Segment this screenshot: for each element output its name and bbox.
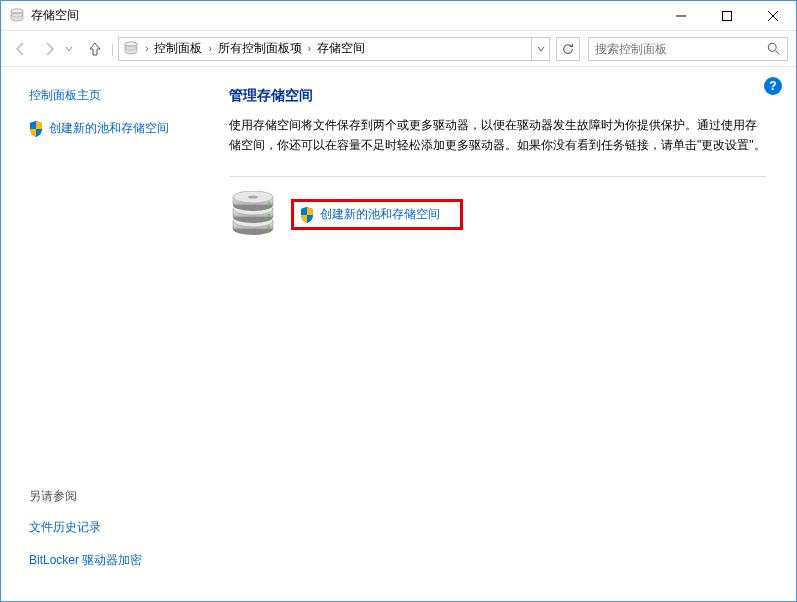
breadcrumb: › 控制面板 › 所有控制面板项 › 存储空间 xyxy=(141,40,531,57)
svg-point-26 xyxy=(268,201,271,204)
file-history-link[interactable]: 文件历史记录 xyxy=(29,519,219,536)
up-button[interactable] xyxy=(83,37,107,61)
search-input[interactable] xyxy=(595,42,767,56)
link-label: 创建新的池和存储空间 xyxy=(49,120,169,137)
search-box[interactable] xyxy=(588,37,788,61)
svg-point-21 xyxy=(268,213,271,216)
history-dropdown[interactable] xyxy=(65,42,79,56)
address-dropdown[interactable] xyxy=(531,38,549,60)
storage-icon xyxy=(9,8,25,24)
svg-point-25 xyxy=(248,195,258,198)
chevron-right-icon[interactable]: › xyxy=(204,43,215,54)
svg-point-10 xyxy=(768,43,776,51)
window-controls xyxy=(658,1,796,31)
titlebar: 存储空间 xyxy=(1,1,796,31)
see-also-heading: 另请参阅 xyxy=(29,488,219,505)
link-label: 控制面板主页 xyxy=(29,87,101,104)
svg-line-11 xyxy=(776,50,780,54)
divider xyxy=(229,176,766,177)
sidebar: 控制面板主页 创建新的池和存储空间 另请参阅 文件历史记录 BitLocker … xyxy=(1,67,219,601)
storage-icon xyxy=(123,41,139,57)
forward-button[interactable] xyxy=(37,37,61,61)
body: ? 控制面板主页 创建新的池和存储空间 另请参阅 文件历史记录 BitLocke… xyxy=(1,67,796,601)
bitlocker-link[interactable]: BitLocker 驱动器加密 xyxy=(29,552,219,569)
create-pool-action-link[interactable]: 创建新的池和存储空间 xyxy=(320,206,440,223)
action-row: 创建新的池和存储空间 xyxy=(229,191,766,239)
main-content: 管理存储空间 使用存储空间将文件保存到两个或更多驱动器，以便在驱动器发生故障时为… xyxy=(219,67,796,601)
disk-stack-icon xyxy=(229,191,277,239)
page-description: 使用存储空间将文件保存到两个或更多驱动器，以便在驱动器发生故障时为你提供保护。通… xyxy=(229,115,766,156)
page-title: 管理存储空间 xyxy=(229,87,766,105)
window-title: 存储空间 xyxy=(31,7,658,24)
breadcrumb-item[interactable]: 所有控制面板项 xyxy=(216,40,304,57)
close-button[interactable] xyxy=(750,1,796,31)
control-panel-home-link[interactable]: 控制面板主页 xyxy=(29,87,219,104)
svg-point-8 xyxy=(125,42,137,46)
breadcrumb-item[interactable]: 存储空间 xyxy=(315,40,367,57)
shield-icon xyxy=(300,207,314,223)
minimize-button[interactable] xyxy=(658,1,704,31)
address-bar[interactable]: › 控制面板 › 所有控制面板项 › 存储空间 xyxy=(118,37,550,61)
chevron-right-icon[interactable]: › xyxy=(304,43,315,54)
window: 存储空间 | xyxy=(0,0,797,602)
breadcrumb-item[interactable]: 控制面板 xyxy=(152,40,204,57)
help-icon[interactable]: ? xyxy=(764,77,782,95)
shield-icon xyxy=(29,121,43,137)
svg-point-16 xyxy=(268,225,271,228)
back-button[interactable] xyxy=(9,37,33,61)
separator: | xyxy=(111,42,114,56)
create-pool-link[interactable]: 创建新的池和存储空间 xyxy=(29,120,219,137)
search-icon[interactable] xyxy=(767,42,781,56)
highlighted-action: 创建新的池和存储空间 xyxy=(291,199,463,230)
chevron-right-icon[interactable]: › xyxy=(141,43,152,54)
refresh-button[interactable] xyxy=(556,37,580,61)
navbar: | › 控制面板 › 所有控制面板项 › 存储空间 xyxy=(1,31,796,67)
maximize-button[interactable] xyxy=(704,1,750,31)
svg-rect-4 xyxy=(723,11,732,20)
svg-point-1 xyxy=(11,9,23,13)
